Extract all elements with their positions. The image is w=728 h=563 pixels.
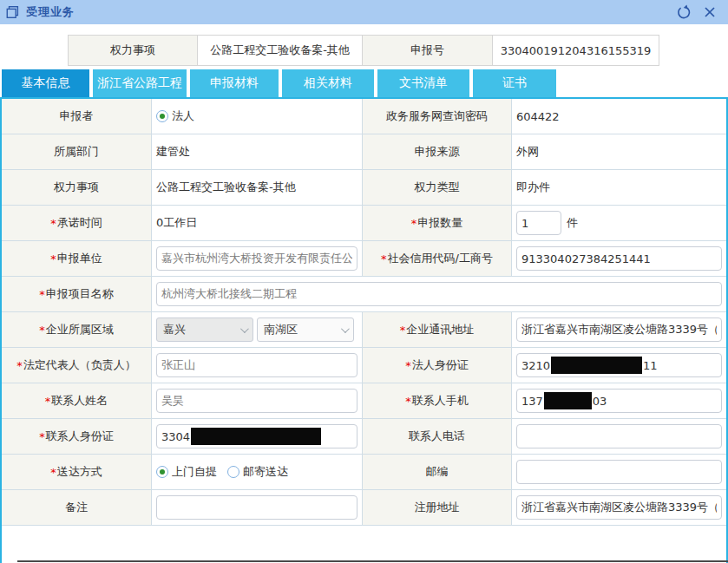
required-mark: * xyxy=(400,324,406,337)
delivery-radio-mail[interactable]: 邮寄送达 xyxy=(227,464,288,480)
legal-rep-input[interactable] xyxy=(156,353,357,377)
declare-unit-cell xyxy=(152,241,363,277)
tab-bar: 基本信息 浙江省公路工程 申报材料 相关材料 文书清单 证书 xyxy=(2,69,728,97)
window-title: 受理业务 xyxy=(26,4,75,20)
bottom-divider xyxy=(17,560,728,562)
legal-id-prefix: 3210 xyxy=(521,359,550,372)
close-icon xyxy=(703,5,717,19)
query-pwd-label: 政务服务网查询密码 xyxy=(363,99,512,134)
required-mark: * xyxy=(381,252,387,265)
power-item-header-value: 公路工程交工验收备案-其他 xyxy=(198,35,363,66)
reg-address-cell xyxy=(512,490,726,526)
basic-info-form: 申报者 法人 政务服务网查询密码 604422 所属部门 建管处 申报来源 外网… xyxy=(2,99,726,526)
header-bar: 权力事项 公路工程交工验收备案-其他 申报号 33040019120431615… xyxy=(68,35,728,66)
project-name-cell xyxy=(152,277,726,312)
tab-doc-list[interactable]: 文书清单 xyxy=(377,69,469,97)
postcode-input[interactable] xyxy=(516,460,722,484)
reg-address-input[interactable] xyxy=(516,495,722,520)
legal-id-cell: 3210 11 xyxy=(512,348,726,383)
department-value: 建管处 xyxy=(152,134,363,170)
applicant-cell: 法人 xyxy=(152,99,363,134)
contact-id-input[interactable]: 3304 xyxy=(156,424,357,448)
source-label: 申报来源 xyxy=(363,134,512,170)
delivery-radio-self-pickup[interactable]: 上门自提 xyxy=(156,464,217,480)
declare-qty-label: * 申报数量 xyxy=(363,206,512,241)
contact-id-cell: 3304 xyxy=(152,419,363,455)
required-mark: * xyxy=(50,466,56,479)
credit-code-cell xyxy=(512,241,726,277)
chevron-down-icon xyxy=(341,324,350,333)
document-icon xyxy=(5,4,21,20)
tab-certificate[interactable]: 证书 xyxy=(473,69,556,97)
company-address-label: * 企业通讯地址 xyxy=(363,312,512,348)
legal-id-label: * 法人身份证 xyxy=(363,348,512,383)
contact-mobile-prefix: 137 xyxy=(521,395,543,408)
basic-info-panel: 申报者 法人 政务服务网查询密码 604422 所属部门 建管处 申报来源 外网… xyxy=(0,97,728,563)
contact-name-label: * 联系人姓名 xyxy=(2,383,152,419)
region-cell: 嘉兴 南湖区 xyxy=(152,312,363,348)
city-select-value: 嘉兴 xyxy=(163,322,186,337)
declare-unit-label: * 申报单位 xyxy=(2,241,152,277)
power-item-header-label: 权力事项 xyxy=(68,35,198,66)
query-pwd-value: 604422 xyxy=(512,99,726,134)
region-label: * 企业所属区域 xyxy=(2,312,152,348)
chevron-down-icon xyxy=(240,324,249,333)
project-name-input[interactable] xyxy=(156,282,722,306)
city-select[interactable]: 嘉兴 xyxy=(156,318,253,342)
remark-label: 备注 xyxy=(2,490,152,526)
tab-related-materials[interactable]: 相关材料 xyxy=(282,69,374,97)
refresh-button[interactable] xyxy=(674,3,693,22)
required-mark: * xyxy=(39,430,45,443)
tab-basic-info[interactable]: 基本信息 xyxy=(2,69,89,97)
credit-code-input[interactable] xyxy=(516,246,722,271)
company-address-cell xyxy=(512,312,726,348)
declare-unit-input[interactable] xyxy=(156,246,357,271)
contact-mobile-cell: 137 03 xyxy=(512,383,726,419)
project-name-label: * 申报项目名称 xyxy=(2,277,152,312)
required-mark: * xyxy=(16,359,23,372)
declare-no-header-label: 申报号 xyxy=(363,35,493,66)
contact-mobile-input[interactable]: 137 03 xyxy=(516,389,722,413)
department-label: 所属部门 xyxy=(2,134,152,170)
reg-address-label: 注册地址 xyxy=(363,490,512,526)
legal-id-input[interactable]: 3210 11 xyxy=(516,353,722,377)
radio-checked-icon xyxy=(156,466,168,478)
contact-mobile-suffix: 03 xyxy=(593,395,607,408)
contact-phone-label: 联系人电话 xyxy=(363,419,512,455)
close-button[interactable] xyxy=(700,3,719,22)
contact-mobile-label: * 联系人手机 xyxy=(363,383,512,419)
radio-unchecked-icon xyxy=(227,466,239,478)
delivery-cell: 上门自提 邮寄送达 xyxy=(152,455,363,490)
redaction-block xyxy=(191,428,321,445)
contact-name-input[interactable] xyxy=(156,389,357,413)
tab-zj-highway-project[interactable]: 浙江省公路工程 xyxy=(93,69,187,97)
legal-rep-cell xyxy=(152,348,363,383)
redaction-block xyxy=(544,392,592,409)
credit-code-label: * 社会信用代码/工商号 xyxy=(363,241,512,277)
required-mark: * xyxy=(50,252,56,265)
redaction-block xyxy=(551,357,642,374)
declare-qty-unit: 件 xyxy=(567,215,578,231)
declare-qty-input[interactable] xyxy=(516,211,561,235)
tab-declare-materials[interactable]: 申报材料 xyxy=(190,69,279,97)
refresh-icon xyxy=(676,4,692,20)
window-titlebar: 受理业务 xyxy=(0,0,728,24)
company-address-input[interactable] xyxy=(516,318,722,342)
required-mark: * xyxy=(39,288,45,301)
source-value: 外网 xyxy=(512,134,726,170)
legal-id-suffix: 11 xyxy=(643,359,658,372)
required-mark: * xyxy=(405,359,411,372)
applicant-radio-label: 法人 xyxy=(172,108,194,124)
remark-cell xyxy=(152,490,363,526)
required-mark: * xyxy=(50,217,56,230)
delivery-label: * 送达方式 xyxy=(2,455,152,490)
contact-phone-input[interactable] xyxy=(516,424,722,448)
promise-time-value: 0工作日 xyxy=(152,206,363,241)
remark-input[interactable] xyxy=(156,495,357,520)
delivery-option1-label: 上门自提 xyxy=(172,464,217,480)
postcode-label: 邮编 xyxy=(363,455,512,490)
contact-id-prefix: 3304 xyxy=(161,430,190,443)
applicant-radio-legal-person[interactable]: 法人 xyxy=(156,108,194,124)
power-type-value: 即办件 xyxy=(512,170,726,206)
district-select[interactable]: 南湖区 xyxy=(257,318,354,342)
